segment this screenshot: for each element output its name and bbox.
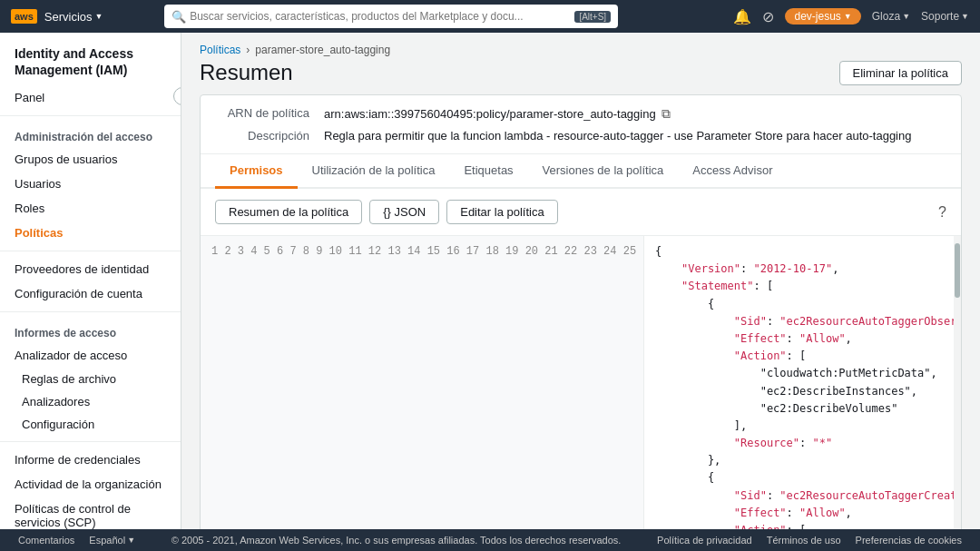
soporte-menu[interactable]: Soporte ▼ bbox=[921, 10, 969, 23]
json-button-label: {} JSON bbox=[383, 205, 426, 219]
gloza-menu[interactable]: Gloza ▼ bbox=[872, 10, 910, 23]
sidebar-title: Identity and Access Management (IAM) bbox=[0, 33, 181, 85]
footer: Comentarios Español ▼ © 2005 - 2021, Ama… bbox=[0, 529, 980, 551]
sidebar-subitem-analizadores-label: Analizadores bbox=[22, 395, 90, 408]
scrollbar-thumb[interactable] bbox=[955, 243, 960, 298]
sidebar-item-usuarios[interactable]: Usuarios bbox=[0, 172, 181, 196]
sidebar-item-actividad-label: Actividad de la organización bbox=[15, 477, 162, 491]
breadcrumb-parent[interactable]: Políticas bbox=[200, 44, 240, 56]
footer-language-chevron-icon: ▼ bbox=[127, 536, 135, 545]
soporte-label: Soporte bbox=[921, 10, 959, 23]
policy-controls: Resumen de la política {} JSON Editar la… bbox=[201, 189, 961, 236]
footer-language-label: Español bbox=[89, 535, 125, 546]
policy-card: ARN de política arn:aws:iam::39975604049… bbox=[200, 94, 962, 551]
footer-privacy[interactable]: Política de privacidad bbox=[657, 535, 752, 546]
tab-versiones-label: Versiones de la política bbox=[543, 163, 664, 177]
sidebar-item-informe-credenciales-label: Informe de credenciales bbox=[15, 453, 141, 467]
tab-permisos[interactable]: Permisos bbox=[215, 154, 298, 189]
tab-etiquetas[interactable]: Etiquetas bbox=[449, 154, 527, 189]
tab-utilizacion[interactable]: Utilización de la política bbox=[298, 154, 450, 189]
page-title: Resumen bbox=[200, 60, 293, 85]
sidebar-item-politicas[interactable]: Políticas bbox=[0, 221, 181, 245]
sidebar-subitem-reglas[interactable]: Reglas de archivo bbox=[0, 368, 181, 390]
sidebar-item-usuarios-label: Usuarios bbox=[15, 177, 61, 191]
user-menu[interactable]: dev-jesus ▼ bbox=[785, 8, 860, 25]
sidebar-divider-4 bbox=[0, 441, 181, 442]
desc-value: Regla para permitir que la funcion lambd… bbox=[324, 129, 946, 143]
user-chevron-icon: ▼ bbox=[844, 12, 852, 21]
breadcrumb-current: paramer-store_auto-tagging bbox=[255, 44, 390, 56]
notifications-icon[interactable]: 🔔 bbox=[733, 8, 751, 25]
sidebar-divider-2 bbox=[0, 251, 181, 251]
delete-policy-button[interactable]: Eliminar la política bbox=[839, 61, 963, 85]
sidebar-item-configuracion-cuenta[interactable]: Configuración de cuenta bbox=[0, 281, 181, 306]
sidebar-section-admin: Administración del acceso bbox=[0, 122, 181, 147]
sidebar-item-politicas-control-label: Políticas de control de servicios (SCP) bbox=[15, 502, 131, 529]
sidebar-divider-3 bbox=[0, 311, 181, 312]
arn-copy-icon[interactable]: ⧉ bbox=[662, 106, 671, 122]
footer-links: Política de privacidad Términos de uso P… bbox=[657, 535, 962, 546]
tab-permisos-label: Permisos bbox=[230, 163, 283, 177]
gloza-label: Gloza bbox=[872, 10, 900, 23]
sidebar-item-informe-credenciales[interactable]: Informe de credenciales bbox=[0, 448, 181, 472]
sidebar-item-politicas-label: Políticas bbox=[15, 226, 63, 240]
policy-metadata: ARN de política arn:aws:iam::39975604049… bbox=[201, 95, 961, 154]
tab-access-advisor[interactable]: Access Advisor bbox=[678, 154, 787, 189]
sidebar-item-configuracion-cuenta-label: Configuración de cuenta bbox=[15, 287, 142, 300]
help-icon[interactable]: ⊘ bbox=[762, 8, 774, 25]
main-content: Políticas › paramer-store_auto-tagging R… bbox=[181, 33, 980, 551]
tab-access-advisor-label: Access Advisor bbox=[692, 163, 772, 177]
help-button[interactable]: ? bbox=[938, 204, 946, 221]
tab-etiquetas-label: Etiquetas bbox=[464, 163, 513, 177]
footer-comments[interactable]: Comentarios bbox=[18, 535, 74, 546]
top-navigation: aws Servicios ▼ 🔍 [Alt+S] 🔔 ⊘ dev-jesus … bbox=[0, 0, 980, 33]
footer-cookies[interactable]: Preferencias de cookies bbox=[856, 535, 962, 546]
footer-language[interactable]: Español ▼ bbox=[89, 535, 135, 546]
footer-terms[interactable]: Términos de uso bbox=[767, 535, 841, 546]
sidebar-item-actividad[interactable]: Actividad de la organización bbox=[0, 472, 181, 497]
aws-logo[interactable]: aws bbox=[11, 9, 37, 24]
sidebar-item-proveedores-label: Proveedores de identidad bbox=[15, 262, 149, 276]
sidebar-item-roles[interactable]: Roles bbox=[0, 196, 181, 221]
tab-versiones[interactable]: Versiones de la política bbox=[528, 154, 679, 189]
sidebar: Identity and Access Management (IAM) ‹ P… bbox=[0, 33, 181, 551]
search-shortcut: [Alt+S] bbox=[574, 11, 611, 23]
soporte-chevron-icon: ▼ bbox=[961, 12, 969, 21]
breadcrumb-separator: › bbox=[246, 44, 250, 56]
policy-json-editor: 1 2 3 4 5 6 7 8 9 10 11 12 13 14 15 16 1… bbox=[201, 236, 961, 551]
main-layout: Identity and Access Management (IAM) ‹ P… bbox=[0, 33, 980, 551]
arn-label: ARN de política bbox=[215, 106, 324, 122]
code-content[interactable]: { "Version": "2012-10-17", "Statement": … bbox=[644, 236, 954, 551]
search-input[interactable] bbox=[190, 10, 571, 23]
tab-utilizacion-label: Utilización de la política bbox=[312, 163, 436, 177]
breadcrumb: Políticas › paramer-store_auto-tagging bbox=[181, 33, 980, 56]
gloza-chevron-icon: ▼ bbox=[902, 12, 910, 21]
global-search: 🔍 [Alt+S] bbox=[164, 5, 618, 28]
services-menu[interactable]: Servicios ▼ bbox=[44, 10, 103, 24]
sidebar-item-grupos-label: Grupos de usuarios bbox=[15, 153, 117, 166]
desc-label: Descripción bbox=[215, 129, 324, 143]
edit-policy-button[interactable]: Editar la política bbox=[446, 200, 558, 224]
summary-button[interactable]: Resumen de la política bbox=[215, 200, 362, 224]
sidebar-item-analizador[interactable]: Analizador de acceso bbox=[0, 343, 181, 368]
sidebar-subitem-configuracion[interactable]: Configuración bbox=[0, 413, 181, 436]
nav-right-actions: 🔔 ⊘ dev-jesus ▼ Gloza ▼ Soporte ▼ bbox=[733, 8, 969, 25]
sidebar-item-grupos[interactable]: Grupos de usuarios bbox=[0, 147, 181, 172]
footer-copyright: © 2005 - 2021, Amazon Web Services, Inc.… bbox=[150, 535, 642, 546]
sidebar-subitem-reglas-label: Reglas de archivo bbox=[22, 372, 116, 386]
sidebar-item-panel[interactable]: Panel bbox=[0, 85, 181, 110]
sidebar-divider-1 bbox=[0, 115, 181, 116]
sidebar-item-panel-label: Panel bbox=[15, 91, 44, 104]
json-button[interactable]: {} JSON bbox=[369, 200, 439, 224]
search-icon: 🔍 bbox=[172, 10, 186, 24]
scrollbar-vertical[interactable] bbox=[954, 236, 961, 551]
line-numbers: 1 2 3 4 5 6 7 8 9 10 11 12 13 14 15 16 1… bbox=[201, 236, 644, 551]
sidebar-item-analizador-label: Analizador de acceso bbox=[15, 349, 127, 362]
arn-value: arn:aws:iam::399756040495:policy/paramer… bbox=[324, 106, 946, 122]
sidebar-item-proveedores[interactable]: Proveedores de identidad bbox=[0, 257, 181, 281]
sidebar-subitem-analizadores[interactable]: Analizadores bbox=[0, 390, 181, 413]
desc-text: Regla para permitir que la funcion lambd… bbox=[324, 129, 911, 143]
sidebar-item-roles-label: Roles bbox=[15, 202, 44, 215]
policy-tabs: Permisos Utilización de la política Etiq… bbox=[201, 154, 961, 189]
aws-logo-box: aws bbox=[11, 9, 37, 24]
